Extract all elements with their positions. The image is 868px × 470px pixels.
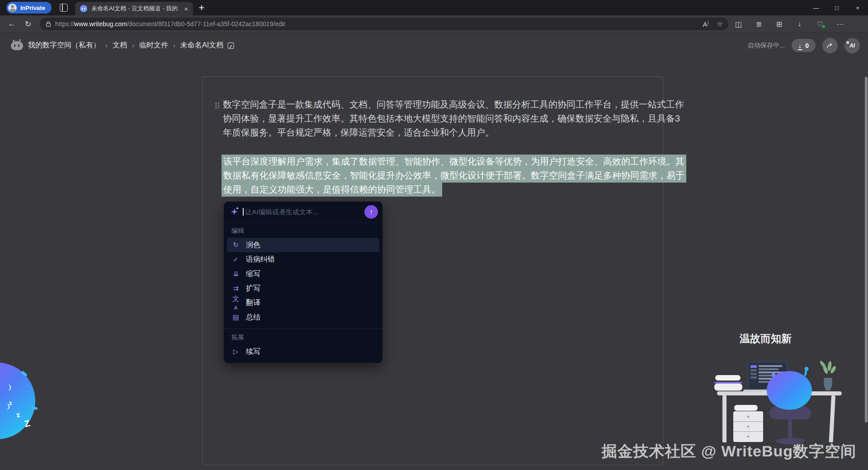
continue-writing-icon: ▷ bbox=[231, 348, 240, 356]
address-bar[interactable]: https://www.writebug.com/document/8f317d… bbox=[40, 18, 728, 30]
menu-divider bbox=[224, 329, 382, 329]
url-scheme: https:// bbox=[55, 20, 74, 28]
chevron-right-icon: › bbox=[173, 42, 175, 49]
share-icon bbox=[826, 42, 834, 49]
polish-icon: ↻ bbox=[231, 241, 240, 249]
menu-section-edit: 编辑 bbox=[231, 227, 375, 235]
highlighted-line[interactable]: 该平台深度理解用户需求，集成了数据管理、智能协作、微型化设备等优势，为用户打造安… bbox=[222, 155, 686, 169]
settings-menu-icon[interactable]: ⋯ bbox=[830, 20, 850, 28]
chevron-right-icon: › bbox=[105, 42, 108, 49]
closed-eye-icon bbox=[5, 384, 11, 391]
summarize-icon: ▤ bbox=[231, 313, 240, 321]
shorten-icon: ⇊ bbox=[231, 270, 240, 278]
chevron-right-icon: › bbox=[132, 42, 134, 49]
url-text: https://www.writebug.com/document/8f317d… bbox=[55, 20, 695, 28]
ai-sparkle-icon bbox=[231, 208, 238, 215]
idiom-quote: 温故而知新 bbox=[740, 332, 792, 346]
inprivate-label: InPrivate bbox=[20, 5, 45, 11]
url-host: www.writebug.com bbox=[74, 20, 127, 28]
editor-main: ⠿ 数字空间盒子是一款集成代码、文档、问答等管理功能及高级会议、数据分析工具的协… bbox=[0, 58, 868, 470]
paragraph-1[interactable]: 数字空间盒子是一款集成代码、文档、问答等管理功能及高级会议、数据分析工具的协同工… bbox=[223, 98, 684, 140]
writebug-mascot-icon bbox=[11, 41, 23, 50]
menu-item-continue-writing[interactable]: ▷ 续写 bbox=[227, 344, 379, 359]
document-page[interactable]: ⠿ 数字空间盒子是一款集成代码、文档、问答等管理功能及高级会议、数据分析工具的协… bbox=[202, 76, 663, 465]
antenna-icon bbox=[21, 371, 28, 377]
header-actions: 自动保存中... ↓ 0 AI bbox=[748, 38, 860, 53]
downloads-icon[interactable]: ↓ bbox=[789, 20, 810, 28]
workspaces-icon[interactable] bbox=[60, 4, 68, 12]
menu-item-grammar-fix[interactable]: ✓ 语病纠错 bbox=[227, 252, 379, 267]
lock-icon[interactable] bbox=[46, 21, 51, 27]
watermark-text: 掘金技术社区 @ WriteBug数字空间 bbox=[601, 441, 856, 462]
refresh-button[interactable]: ↻ bbox=[20, 19, 36, 29]
inprivate-badge[interactable]: InPrivate bbox=[6, 2, 52, 14]
scrollbar-thumb[interactable] bbox=[865, 77, 868, 423]
minimize-button[interactable]: — bbox=[806, 0, 826, 15]
writebug-favicon-icon bbox=[80, 5, 87, 12]
browser-toolbar: ← ↻ https://www.writebug.com/document/8f… bbox=[0, 15, 868, 33]
antenna-icon bbox=[31, 406, 38, 410]
read-aloud-icon[interactable]: A) bbox=[703, 20, 709, 28]
grammar-check-icon: ✓ bbox=[231, 255, 240, 263]
download-count: 0 bbox=[805, 42, 809, 49]
maximize-button[interactable]: □ bbox=[826, 0, 847, 15]
ai-prompt-row: ↑ bbox=[224, 202, 382, 222]
favorite-star-icon[interactable]: ☆ bbox=[717, 20, 723, 28]
download-icon: ↓ bbox=[798, 42, 802, 49]
window-controls: — □ × bbox=[806, 0, 868, 15]
browser-essentials-icon[interactable]: ♡ bbox=[810, 20, 830, 28]
menu-item-expand[interactable]: ⇉ 扩写 bbox=[227, 281, 379, 296]
collections-icon[interactable]: ≣ bbox=[749, 20, 769, 28]
app-header: 我的数字空间（私有） › 文档 › 临时文件 › 未命名AI文档 自动保存中..… bbox=[0, 33, 868, 58]
autosave-status: 自动保存中... bbox=[748, 42, 785, 50]
browser-tab-bar: InPrivate 未命名AI文档 - 云文档频道 - 我的 × + — □ × bbox=[0, 0, 868, 15]
highlighted-line[interactable]: 数据私有化保障敏感信息安全，智能化提升办公效率，微型化设计便于部署。数字空间盒子… bbox=[222, 169, 686, 183]
menu-item-translate[interactable]: 文ᴀ 翻译 bbox=[227, 296, 379, 310]
ai-popup-menu: ↑ 编辑 ↻ 润色 ✓ 语病纠错 ⇊ 缩写 ⇉ 扩写 文ᴀ 翻译 bbox=[224, 202, 382, 363]
download-count-button[interactable]: ↓ 0 bbox=[792, 39, 816, 52]
breadcrumb-space[interactable]: 我的数字空间（私有） bbox=[28, 41, 100, 50]
ai-send-button[interactable]: ↑ bbox=[364, 205, 378, 219]
expand-icon: ⇉ bbox=[231, 284, 240, 292]
doc-line[interactable]: 协同体验，显著提升工作效率。其特色包括本地大模型支持的智能问答和内容生成，确保数… bbox=[223, 112, 684, 126]
breadcrumb-doc-title[interactable]: 未命名AI文档 bbox=[180, 41, 223, 50]
menu-item-summarize[interactable]: ▤ 总结 bbox=[227, 310, 379, 324]
text-caret bbox=[243, 208, 244, 216]
tab-title: 未命名AI文档 - 云文档频道 - 我的 bbox=[91, 5, 179, 13]
translate-icon: 文ᴀ bbox=[231, 295, 240, 311]
doc-line[interactable]: 数字空间盒子是一款集成代码、文档、问答等管理功能及高级会议、数据分析工具的协同工… bbox=[223, 98, 684, 112]
ai-icon: AI bbox=[849, 42, 855, 49]
closed-eye-icon bbox=[4, 403, 9, 410]
highlighted-line[interactable]: 使用，自定义功能强大，是值得信赖的协同管理工具。 bbox=[222, 183, 442, 197]
rename-pencil-icon[interactable] bbox=[227, 42, 235, 49]
web-capture-icon[interactable]: ⊞ bbox=[769, 20, 789, 28]
share-button[interactable] bbox=[822, 38, 838, 53]
ai-assistant-button[interactable]: AI bbox=[844, 38, 860, 53]
doc-line[interactable]: 年质保服务。平台规定严格，保障运营安全，适合企业和个人用户。 bbox=[223, 126, 684, 140]
menu-section-extend: 拓展 bbox=[231, 334, 375, 342]
paragraph-2-selected[interactable]: 该平台深度理解用户需求，集成了数据管理、智能协作、微型化设备等优势，为用户打造安… bbox=[222, 155, 686, 197]
back-button[interactable]: ← bbox=[4, 19, 20, 28]
breadcrumb-temp-files[interactable]: 临时文件 bbox=[139, 41, 168, 50]
split-screen-icon[interactable]: ◫ bbox=[728, 20, 749, 28]
desk-illustration bbox=[713, 357, 849, 446]
drag-handle-icon[interactable]: ⠿ bbox=[214, 101, 219, 111]
breadcrumb-docs[interactable]: 文档 bbox=[113, 41, 127, 50]
ai-prompt-input[interactable] bbox=[245, 207, 365, 216]
url-path: /document/8f317db0-5d77-11ef-a35f-0242ac… bbox=[127, 20, 285, 28]
tab-close-icon[interactable]: × bbox=[183, 5, 189, 13]
profile-avatar-icon bbox=[8, 4, 17, 12]
close-button[interactable]: × bbox=[847, 0, 868, 15]
browser-tab[interactable]: 未命名AI文档 - 云文档频道 - 我的 × bbox=[75, 2, 193, 15]
arrow-up-icon: ↑ bbox=[369, 208, 373, 216]
new-tab-button[interactable]: + bbox=[199, 3, 204, 13]
menu-item-polish[interactable]: ↻ 润色 bbox=[227, 238, 379, 252]
menu-item-shorten[interactable]: ⇊ 缩写 bbox=[227, 267, 379, 281]
